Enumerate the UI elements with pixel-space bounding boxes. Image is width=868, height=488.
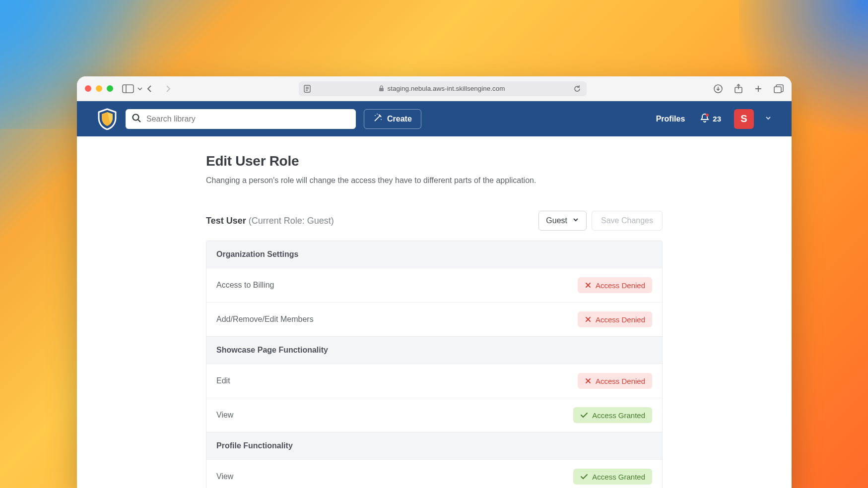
check-icon [580,412,588,419]
browser-window: staging.nebula.aws-int.skillsengine.com [77,76,792,488]
app-logo[interactable] [97,109,118,129]
lock-icon [379,85,384,92]
svg-rect-6 [379,88,384,91]
permission-label: Add/Remove/Edit Members [216,315,314,324]
save-changes-button[interactable]: Save Changes [592,211,663,231]
notifications-button[interactable]: 23 [700,113,721,124]
chevron-down-icon [572,216,579,225]
create-button[interactable]: Create [364,109,421,129]
permission-row: ViewAccess Granted [206,398,662,432]
permissions-section-header: Organization Settings [206,241,662,268]
tabs-icon[interactable] [774,84,784,93]
page-content: Edit User Role Changing a person's role … [77,136,792,488]
downloads-icon[interactable] [713,84,723,94]
access-granted-badge: Access Granted [573,407,652,423]
permission-row: Add/Remove/Edit MembersAccess Denied [206,302,662,336]
address-bar[interactable]: staging.nebula.aws-int.skillsengine.com [299,81,587,96]
notif-count: 23 [713,115,721,123]
new-tab-icon[interactable] [754,84,763,93]
x-icon [585,282,592,289]
sidebar-toggle-icon[interactable] [122,84,134,93]
search-input-wrapper[interactable] [126,109,356,129]
permission-row: EditAccess Denied [206,364,662,398]
user-avatar[interactable]: S [734,109,754,129]
bell-icon [700,113,710,124]
close-window-button[interactable] [85,85,91,92]
permissions-section-header: Profile Functionality [206,432,662,459]
role-select[interactable]: Guest [538,211,587,231]
page-description: Changing a person's role will change the… [206,176,663,185]
permissions-section-header: Showcase Page Functionality [206,336,662,364]
permission-label: View [216,472,233,481]
chevron-down-icon[interactable] [137,86,143,92]
permission-row: ViewAccess Granted [206,459,662,488]
permission-label: View [216,411,233,420]
minimize-window-button[interactable] [96,85,102,92]
current-role-value: Guest [307,216,331,226]
user-name: Test User [206,216,246,226]
access-denied-badge: Access Denied [578,277,652,293]
search-input[interactable] [146,115,350,123]
svg-point-14 [133,114,139,120]
reload-icon[interactable] [573,85,581,93]
permission-label: Access to Billing [216,281,274,290]
access-granted-badge: Access Granted [573,469,652,485]
role-selected-value: Guest [546,216,567,225]
forward-button[interactable] [164,85,172,93]
access-denied-badge: Access Denied [578,311,652,327]
x-icon [585,316,592,323]
user-label: Test User (Current Role: Guest) [206,216,334,226]
user-menu-chevron-icon[interactable] [765,115,772,123]
nav-profiles-link[interactable]: Profiles [656,115,685,123]
create-label: Create [387,115,412,123]
url-text: staging.nebula.aws-int.skillsengine.com [387,85,505,92]
reader-icon[interactable] [304,85,311,93]
svg-rect-0 [123,85,134,93]
fullscreen-window-button[interactable] [107,85,113,92]
permission-row: Access to BillingAccess Denied [206,268,662,302]
permission-label: Edit [216,376,230,385]
search-icon [132,113,141,125]
access-denied-badge: Access Denied [578,373,652,389]
back-button[interactable] [146,85,154,93]
check-icon [580,473,588,480]
svg-point-20 [706,114,709,117]
svg-rect-13 [774,87,781,93]
share-icon[interactable] [734,84,743,94]
traffic-lights [85,85,113,92]
svg-line-15 [138,120,141,122]
app-header: Create Profiles 23 S [77,101,792,136]
browser-toolbar: staging.nebula.aws-int.skillsengine.com [77,76,792,101]
permissions-table: Organization SettingsAccess to BillingAc… [206,241,663,488]
magic-wand-icon [373,114,382,124]
page-title: Edit User Role [206,153,663,169]
x-icon [585,377,592,384]
svg-line-16 [375,116,380,121]
